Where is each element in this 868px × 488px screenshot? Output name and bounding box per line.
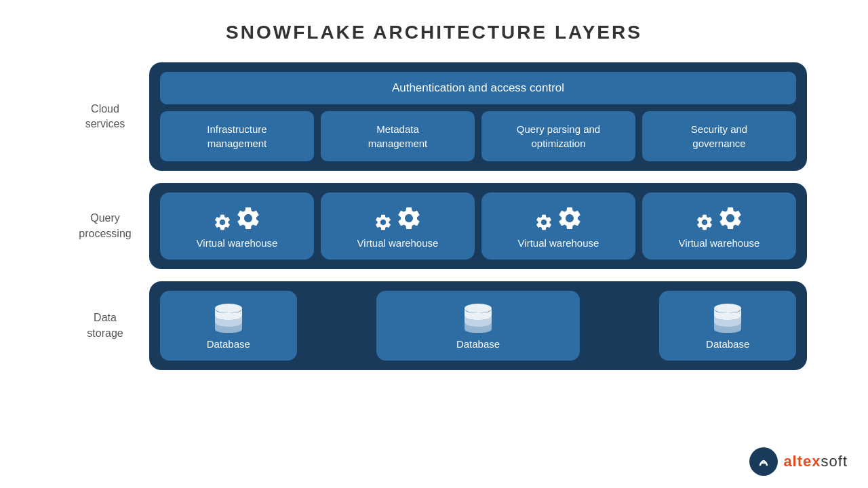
database-icon-3: [711, 303, 745, 333]
warehouse-label-1: Virtual warehouse: [197, 237, 278, 249]
data-storage-label: Datastorage: [61, 310, 149, 341]
gear-icon-4: [695, 205, 744, 232]
cloud-services-label: Cloudservices: [61, 102, 149, 132]
logo-text: altexsoft: [783, 453, 848, 470]
gear-icon-2: [374, 205, 422, 232]
page-title: SNOWFLAKE ARCHITECTURE LAYERS: [226, 22, 642, 43]
warehouse-card-1: Virtual warehouse: [160, 192, 314, 260]
warehouse-label-3: Virtual warehouse: [518, 237, 599, 249]
database-card-2: Database: [376, 291, 579, 361]
cloud-services-container: Authentication and access control Infras…: [149, 62, 807, 171]
logo-area: altexsoft: [749, 447, 848, 476]
cloud-services-row: Cloudservices Authentication and access …: [61, 62, 807, 171]
gear-icon-1: [213, 205, 262, 232]
svg-point-1: [465, 304, 492, 313]
svg-point-2: [714, 304, 741, 313]
infrastructure-card: Infrastructuremanagement: [160, 111, 314, 161]
gear-icon-3: [534, 205, 583, 232]
warehouse-card-2: Virtual warehouse: [321, 192, 475, 260]
database-icon-1: [212, 303, 245, 333]
database-label-1: Database: [207, 338, 250, 350]
warehouse-card-4: Virtual warehouse: [642, 192, 796, 260]
warehouse-label-2: Virtual warehouse: [357, 237, 439, 249]
database-card-1: Database: [160, 291, 297, 361]
query-processing-container: Virtual warehouse Virtual warehouse: [149, 183, 807, 269]
security-card: Security andgovernance: [642, 111, 796, 161]
architecture-diagram: Cloudservices Authentication and access …: [61, 62, 807, 370]
warehouse-label-4: Virtual warehouse: [679, 237, 760, 249]
cloud-cards-row: Infrastructuremanagement Metadatamanagem…: [160, 111, 796, 161]
query-processing-row: Queryprocessing Virtual warehouse: [61, 183, 807, 269]
warehouse-card-3: Virtual warehouse: [481, 192, 635, 260]
database-label-3: Database: [706, 338, 749, 350]
database-card-3: Database: [659, 291, 796, 361]
auth-bar: Authentication and access control: [160, 72, 796, 104]
db-spacer-2: [587, 291, 653, 361]
database-label-2: Database: [456, 338, 500, 350]
query-parsing-card: Query parsing andoptimization: [481, 111, 635, 161]
altexsoft-logo-svg: [755, 453, 772, 470]
metadata-card: Metadatamanagement: [321, 111, 475, 161]
logo-icon: [749, 447, 778, 476]
data-storage-container: Database Database: [149, 281, 807, 370]
data-storage-row: Datastorage Database Dat: [61, 281, 807, 370]
db-spacer-1: [304, 291, 370, 361]
query-processing-label: Queryprocessing: [61, 211, 149, 241]
database-icon-2: [461, 303, 495, 333]
svg-point-0: [215, 304, 242, 313]
